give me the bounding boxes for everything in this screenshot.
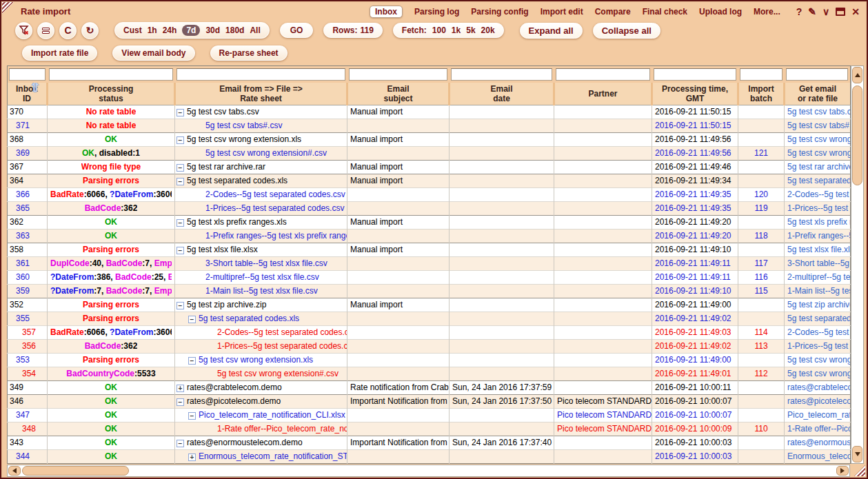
scroll-down-icon[interactable] <box>852 446 862 462</box>
tab-parsing-config[interactable]: Parsing config <box>471 7 528 17</box>
table-row[interactable]: 360?DateFrom:386, BadCode:25, Em2-multip… <box>8 270 851 284</box>
table-row[interactable]: 352Parsing errors−5g test zip archive.zi… <box>8 298 851 312</box>
period-24h[interactable]: 24h <box>163 26 177 35</box>
scroll-right-icon[interactable] <box>836 466 849 476</box>
get-file-link[interactable]: Pico_telecom_rate_notification_CLI.xlsx <box>787 410 851 420</box>
column-header-col3[interactable]: Emailsubject <box>347 83 450 105</box>
filter-input-col5[interactable] <box>556 68 650 81</box>
filter-input-col1[interactable] <box>49 68 173 81</box>
period-all[interactable]: All <box>250 26 260 35</box>
column-header-col2[interactable]: Email from => File =>Rate sheet <box>175 83 347 105</box>
table-row[interactable]: 363OK1-Prefix ranges--5g test xls prefix… <box>8 229 851 243</box>
fetch-5k[interactable]: 5k <box>466 26 475 35</box>
get-file-link[interactable]: 1-Prefix ranges--5g test xls prefix rang… <box>787 231 851 241</box>
collapse-node-icon[interactable]: − <box>176 164 184 172</box>
resize-grip-bottomright-icon[interactable] <box>854 465 865 476</box>
expand-all-button[interactable]: Expand all <box>520 23 583 39</box>
get-file-link[interactable]: 2-multipref--5g test xlsx file.csv <box>787 272 851 282</box>
column-header-col0[interactable]: InboxID⇧ <box>8 83 48 105</box>
re-parse-sheet-button[interactable]: Re-parse sheet <box>210 45 287 61</box>
expand-node-icon[interactable]: + <box>188 453 196 461</box>
fetch-100[interactable]: 100 <box>432 26 446 35</box>
filter-input-col6[interactable] <box>654 68 736 81</box>
filter-input-col3[interactable] <box>349 68 447 81</box>
get-file-link[interactable]: 5g test zip archive.zip <box>787 300 851 309</box>
get-file-link[interactable]: 1-Rate offer--Pico_telecom_rate_notific <box>787 424 851 434</box>
get-file-link[interactable]: 2-Codes--5g test separated codes.csv <box>787 327 851 337</box>
column-header-col8[interactable]: Get emailor rate file <box>785 83 851 105</box>
help-icon[interactable]: ? <box>796 6 803 17</box>
tab-final-check[interactable]: Final check <box>643 7 687 17</box>
get-file-link[interactable]: 5g test xls prefix ranges.xls <box>787 217 851 227</box>
table-row[interactable]: 356BadCode:3621-Prices--5g test separate… <box>8 339 851 353</box>
get-file-link[interactable]: 2-Codes--5g test separated codes.csv <box>787 190 851 199</box>
table-row[interactable]: 347OK−Pico_telecom_rate_notification_CLI… <box>8 408 851 422</box>
horizontal-scroll-thumb[interactable] <box>22 466 129 476</box>
fetch-1k[interactable]: 1k <box>452 26 461 35</box>
view-email-body-button[interactable]: View email body <box>112 45 194 61</box>
period-7d[interactable]: 7d <box>182 25 200 36</box>
filter-input-col8[interactable] <box>786 68 849 81</box>
table-row[interactable]: 365BadCode:3621-Prices--5g test separate… <box>8 201 851 215</box>
filter-input-col7[interactable] <box>740 68 783 81</box>
get-file-link[interactable]: Enormous_telecom_rate_notification_ST <box>787 451 851 461</box>
table-row[interactable]: 370No rate table−5g test csv tabs.csvMan… <box>8 105 851 119</box>
filter-input-col4[interactable] <box>451 68 552 81</box>
table-row[interactable]: 354BadCountryCode:55335g test csv wrong … <box>8 367 851 380</box>
collapse-node-icon[interactable]: − <box>176 247 184 254</box>
tab-compare[interactable]: Compare <box>595 7 631 17</box>
table-row[interactable]: 369OK, disabled:15g test csv wrong exten… <box>8 146 851 160</box>
collapse-node-icon[interactable]: − <box>176 109 184 116</box>
table-row[interactable]: 344OK+Enormous_telecom_rate_notification… <box>8 449 851 463</box>
go-button[interactable]: GO <box>280 23 314 38</box>
tab-more[interactable]: More... <box>754 7 780 17</box>
column-header-col6[interactable]: Processing time,GMT <box>652 83 738 105</box>
get-file-link[interactable]: 1-Main list--5g test xlsx file.csv <box>787 286 851 296</box>
column-header-col5[interactable]: Partner <box>554 83 652 105</box>
table-row[interactable]: 343OK−rates@enormoustelecom.demoImportan… <box>8 436 851 449</box>
get-file-link[interactable]: 5g test xlsx file.xlsx <box>787 245 851 254</box>
edit-pencil-icon[interactable]: ✎ <box>808 6 816 17</box>
table-row[interactable]: 358Parsing errors−5g test xlsx file.xlsx… <box>8 243 851 256</box>
get-file-link[interactable]: 5g test csv wrong extension#.csv <box>787 369 851 378</box>
table-row[interactable]: 367Wrong file type−5g test rar archive.r… <box>8 160 851 174</box>
column-header-col7[interactable]: Importbatch <box>738 83 785 105</box>
collapse-node-icon[interactable]: − <box>188 357 196 365</box>
vertical-scrollbar[interactable] <box>851 65 864 464</box>
tab-inbox[interactable]: Inbox <box>370 6 403 18</box>
reload-icon[interactable]: ↻ <box>81 22 99 39</box>
get-file-link[interactable]: 5g test separated codes.xls <box>787 314 851 323</box>
table-row[interactable]: 346OK−rates@picotelecom.demoImportant No… <box>8 394 851 408</box>
collapse-node-icon[interactable]: − <box>176 398 184 406</box>
get-file-link[interactable]: 5g test csv wrong extension.xls <box>787 355 851 365</box>
collapse-node-icon[interactable]: − <box>176 178 184 185</box>
table-row[interactable]: 362OK−5g test xls prefix ranges.xlsManua… <box>8 215 851 229</box>
filter-input-col2[interactable] <box>176 68 345 81</box>
get-file-link[interactable]: rates@picotelecom.demo <box>787 396 851 406</box>
column-header-col4[interactable]: Emaildate <box>450 83 554 105</box>
scroll-up-icon[interactable] <box>852 67 862 83</box>
filter-clear-icon[interactable] <box>15 22 32 39</box>
scroll-left-icon[interactable] <box>8 466 21 476</box>
table-row[interactable]: 348OK1-Rate offer--Pico_telecom_rate_not… <box>8 422 851 436</box>
window-icon[interactable] <box>836 8 845 16</box>
close-x-icon[interactable]: ✕ <box>851 6 860 17</box>
get-file-link[interactable]: 1-Prices--5g test separated codes.csv <box>787 203 851 213</box>
get-file-link[interactable]: 5g test csv tabs.csv <box>787 107 851 116</box>
period-1h[interactable]: 1h <box>148 26 157 35</box>
collapse-node-icon[interactable]: − <box>176 136 184 144</box>
get-file-link[interactable]: rates@enormoustelecom.demo <box>787 438 851 447</box>
collapse-node-icon[interactable]: − <box>176 440 184 447</box>
c-icon[interactable]: C <box>59 22 77 39</box>
tab-import-edit[interactable]: Import edit <box>541 7 583 17</box>
collapse-all-button[interactable]: Collapse all <box>593 23 660 39</box>
table-row[interactable]: 371No rate table5g test csv tabs#.csv201… <box>8 119 851 132</box>
tab-parsing-log[interactable]: Parsing log <box>414 7 459 17</box>
table-row[interactable]: 349OK+rates@crabtelecom.demoRate notific… <box>8 380 851 394</box>
table-row[interactable]: 357BadRate:6066, ?DateFrom:3606,2-Codes-… <box>8 325 851 339</box>
tab-upload-log[interactable]: Upload log <box>699 7 742 17</box>
get-file-link[interactable]: 5g test csv wrong extension.xls <box>787 134 851 144</box>
get-file-link[interactable]: rates@crabtelecom.demo <box>787 383 851 392</box>
period-180d[interactable]: 180d <box>225 26 244 35</box>
chevron-v-icon[interactable]: ∨ <box>822 6 829 17</box>
